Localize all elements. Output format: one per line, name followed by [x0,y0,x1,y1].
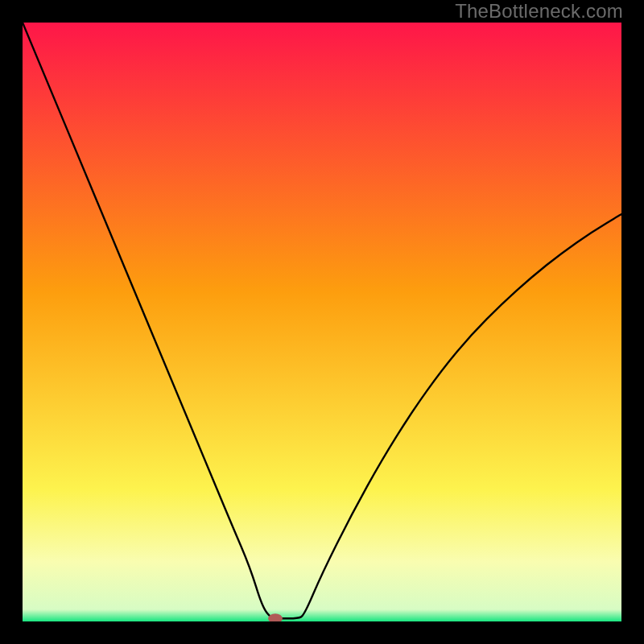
plot-area [23,23,621,621]
chart-svg [23,23,621,621]
watermark-label: TheBottleneck.com [455,0,623,23]
chart-frame: TheBottleneck.com [0,0,644,644]
gradient-background [23,23,621,621]
